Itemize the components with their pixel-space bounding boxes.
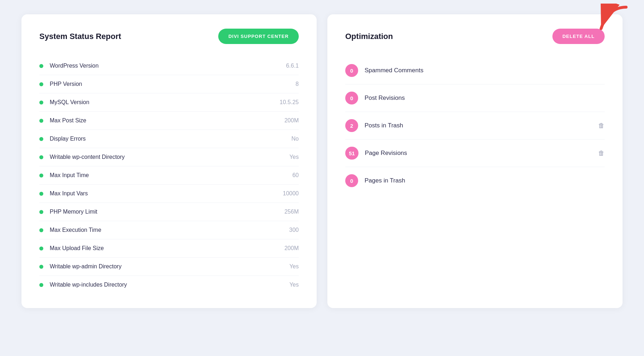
status-dot [39, 228, 43, 232]
optimization-item: 0 Post Revisions [345, 84, 605, 112]
status-item: Writable wp-content Directory Yes [39, 148, 299, 166]
system-status-title: System Status Report [39, 32, 121, 41]
status-item: WordPress Version 6.6.1 [39, 57, 299, 75]
opt-badge: 2 [345, 119, 358, 132]
opt-badge: 0 [345, 64, 358, 77]
status-dot [39, 101, 43, 104]
status-label: Writable wp-includes Directory [50, 282, 270, 288]
status-dot [39, 137, 43, 141]
status-dot [39, 155, 43, 159]
opt-label: Posts in Trash [365, 122, 589, 129]
status-item: Max Post Size 200M [39, 112, 299, 130]
opt-label: Spammed Comments [365, 67, 605, 74]
optimization-header: Optimization DELETE ALL [345, 29, 605, 44]
status-label: WordPress Version [50, 63, 270, 69]
optimization-list: 0 Spammed Comments 0 Post Revisions 2 Po… [345, 57, 605, 194]
status-label: Max Upload File Size [50, 245, 270, 252]
divi-support-center-button[interactable]: DIVI SUPPORT CENTER [218, 29, 299, 44]
status-dot [39, 82, 43, 86]
opt-label: Page Revisions [365, 150, 589, 157]
opt-badge: 0 [345, 174, 358, 187]
system-status-panel: System Status Report DIVI SUPPORT CENTER… [21, 14, 317, 308]
main-container: System Status Report DIVI SUPPORT CENTER… [21, 14, 623, 308]
status-dot [39, 265, 43, 269]
status-value: 60 [270, 172, 299, 179]
status-dot [39, 174, 43, 177]
status-value: 8 [270, 81, 299, 87]
trash-icon[interactable]: 🗑 [598, 122, 605, 130]
status-value: Yes [270, 263, 299, 270]
status-label: PHP Version [50, 81, 270, 87]
status-value: 300 [270, 227, 299, 233]
status-dot [39, 192, 43, 196]
status-item: MySQL Version 10.5.25 [39, 93, 299, 112]
status-item: Max Input Time 60 [39, 166, 299, 185]
status-list: WordPress Version 6.6.1 PHP Version 8 My… [39, 57, 299, 294]
status-value: 200M [270, 117, 299, 124]
status-item: Writable wp-admin Directory Yes [39, 258, 299, 276]
trash-icon[interactable]: 🗑 [598, 150, 605, 157]
status-dot [39, 64, 43, 68]
status-value: 6.6.1 [270, 63, 299, 69]
status-label: Writable wp-content Directory [50, 154, 270, 160]
status-value: No [270, 136, 299, 142]
status-value: Yes [270, 154, 299, 160]
optimization-item: 0 Pages in Trash [345, 167, 605, 194]
optimization-title: Optimization [345, 32, 393, 41]
optimization-item: 2 Posts in Trash 🗑 [345, 112, 605, 140]
status-label: Max Input Time [50, 172, 270, 179]
opt-label: Pages in Trash [365, 177, 605, 184]
status-label: Display Errors [50, 136, 270, 142]
opt-badge: 51 [345, 147, 358, 160]
status-dot [39, 210, 43, 214]
opt-badge: 0 [345, 92, 358, 104]
status-dot [39, 283, 43, 287]
delete-all-button[interactable]: DELETE ALL [552, 29, 605, 44]
status-item: PHP Memory Limit 256M [39, 203, 299, 221]
status-label: Max Post Size [50, 117, 270, 124]
status-value: Yes [270, 282, 299, 288]
status-value: 256M [270, 209, 299, 215]
optimization-item: 51 Page Revisions 🗑 [345, 140, 605, 167]
status-dot [39, 247, 43, 250]
status-item: Display Errors No [39, 130, 299, 148]
system-status-header: System Status Report DIVI SUPPORT CENTER [39, 29, 299, 44]
status-value: 10.5.25 [270, 99, 299, 106]
optimization-item: 0 Spammed Comments [345, 57, 605, 84]
status-label: MySQL Version [50, 99, 270, 106]
status-value: 200M [270, 245, 299, 252]
status-item: Writable wp-includes Directory Yes [39, 276, 299, 294]
optimization-panel: Optimization DELETE ALL 0 Spammed Commen… [327, 14, 623, 308]
status-label: Max Execution Time [50, 227, 270, 233]
status-item: Max Input Vars 10000 [39, 185, 299, 203]
status-label: PHP Memory Limit [50, 209, 270, 215]
status-value: 10000 [270, 190, 299, 197]
status-item: Max Execution Time 300 [39, 221, 299, 239]
status-label: Writable wp-admin Directory [50, 263, 270, 270]
status-label: Max Input Vars [50, 190, 270, 197]
status-dot [39, 119, 43, 123]
status-item: PHP Version 8 [39, 75, 299, 93]
status-item: Max Upload File Size 200M [39, 239, 299, 258]
opt-label: Post Revisions [365, 94, 605, 102]
